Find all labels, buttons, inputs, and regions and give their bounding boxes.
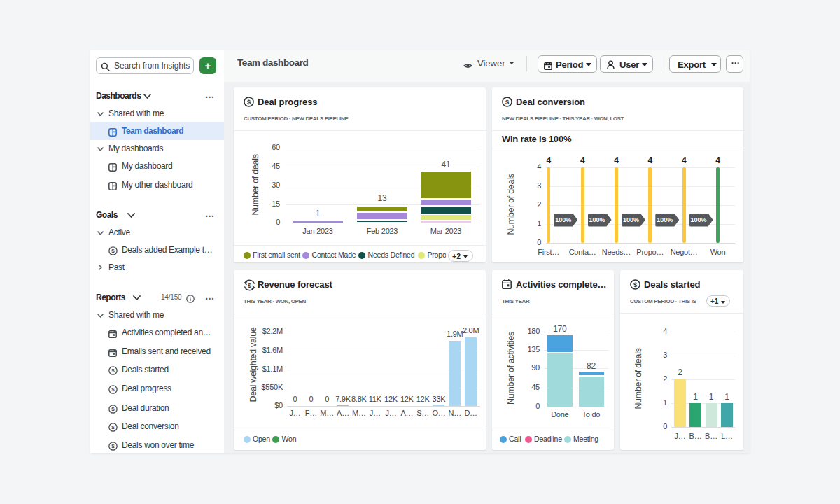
svg-text:$: $ — [247, 99, 251, 106]
svg-text:$: $ — [111, 443, 115, 449]
svg-text:$: $ — [634, 281, 638, 288]
svg-text:$: $ — [111, 406, 115, 412]
svg-text:$: $ — [111, 424, 115, 430]
svg-text:$: $ — [111, 248, 115, 254]
svg-text:$: $ — [111, 386, 115, 393]
svg-text:$: $ — [111, 368, 115, 374]
svg-text:$: $ — [248, 282, 251, 289]
svg-text:$: $ — [505, 99, 510, 106]
